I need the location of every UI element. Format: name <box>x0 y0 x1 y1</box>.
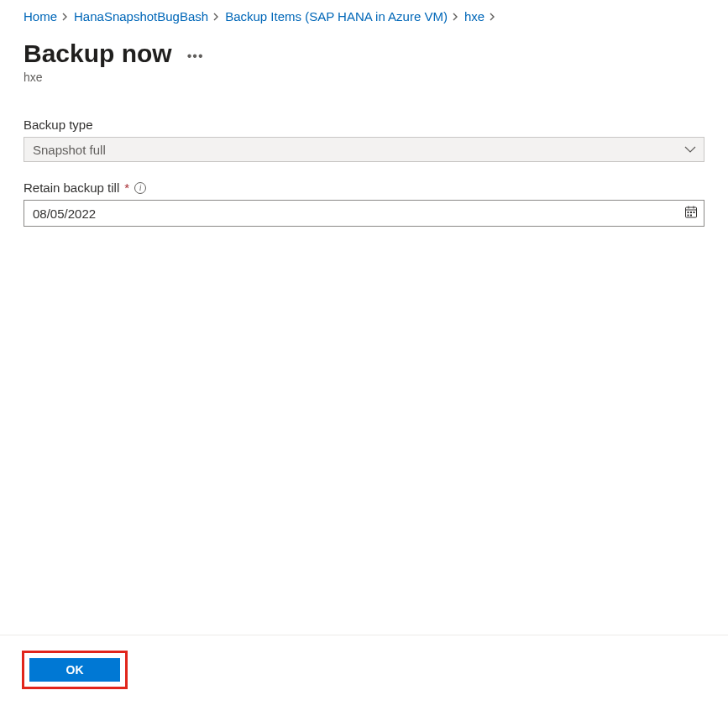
breadcrumb-link-home[interactable]: Home <box>24 8 57 25</box>
info-icon[interactable]: i <box>134 182 146 194</box>
ellipsis-icon: ••• <box>187 49 204 63</box>
breadcrumb-link-item[interactable]: hxe <box>464 8 484 25</box>
ok-button[interactable]: OK <box>29 658 120 682</box>
field-retain-backup-till: Retain backup till * i 08/05/2022 <box>24 180 704 227</box>
retain-date-input[interactable]: 08/05/2022 <box>24 200 704 227</box>
retain-label: Retain backup till <box>24 180 119 195</box>
footer-bar: OK <box>0 635 728 711</box>
field-backup-type: Backup type Snapshot full <box>24 118 704 162</box>
backup-type-select[interactable]: Snapshot full <box>24 137 704 162</box>
breadcrumb: Home HanaSnapshotBugBash Backup Items (S… <box>24 8 704 25</box>
breadcrumb-link-vault[interactable]: HanaSnapshotBugBash <box>74 8 208 25</box>
chevron-right-icon <box>60 8 71 25</box>
ok-highlight-frame: OK <box>22 651 128 689</box>
chevron-right-icon <box>212 8 222 25</box>
page-title: Backup now <box>24 39 172 69</box>
required-asterisk: * <box>124 180 129 195</box>
page-subtitle: hxe <box>24 71 704 84</box>
chevron-right-icon <box>451 8 461 25</box>
backup-type-value: Snapshot full <box>33 143 106 157</box>
retain-date-value: 08/05/2022 <box>33 207 96 221</box>
more-actions-button[interactable]: ••• <box>184 46 207 66</box>
breadcrumb-link-backup-items[interactable]: Backup Items (SAP HANA in Azure VM) <box>225 8 448 25</box>
backup-type-label: Backup type <box>24 118 93 132</box>
chevron-right-icon <box>488 8 498 25</box>
